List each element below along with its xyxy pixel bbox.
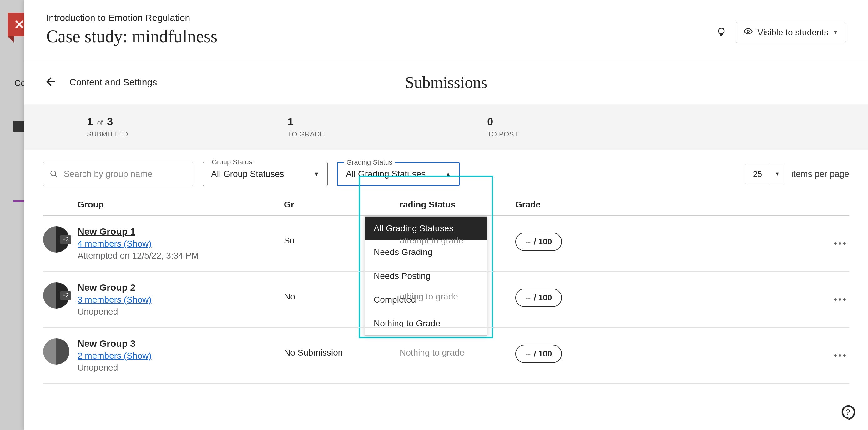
row-menu-button[interactable]: •••: [834, 238, 847, 249]
visibility-label: Visible to students: [757, 28, 828, 37]
hint-icon[interactable]: [716, 26, 727, 39]
svg-point-0: [718, 28, 724, 34]
attempt-info: Attempted on 12/5/22, 3:34 PM: [78, 251, 284, 261]
svg-text:?: ?: [845, 407, 850, 417]
search-input-wrap[interactable]: [43, 162, 193, 186]
course-name: Introduction to Emotion Regulation: [46, 12, 218, 23]
caret-down-icon: ▼: [770, 171, 785, 177]
items-per-page-select[interactable]: 25 ▼: [745, 164, 785, 184]
grade-input[interactable]: -- / 100: [515, 345, 562, 363]
group-status-select[interactable]: Group Status All Group Statuses ▼: [203, 162, 328, 186]
caret-down-icon: ▼: [833, 29, 838, 36]
filter-row: Group Status All Group Statuses ▼ Gradin…: [24, 150, 868, 186]
close-icon: [13, 19, 25, 30]
submissions-table: Group Gr rading Status Grade +3 New Grou…: [43, 200, 849, 384]
submitted-of: of: [97, 119, 102, 127]
back-button[interactable]: [43, 75, 57, 90]
eye-icon: [744, 27, 753, 38]
help-button[interactable]: ?: [839, 404, 857, 422]
group-avatar: +3: [43, 226, 69, 253]
pager: 25 ▼ items per page: [745, 164, 849, 184]
stat-topost: 0 TO POST: [487, 115, 519, 138]
col-grade: Grade: [515, 200, 849, 210]
group-status: No Submission: [284, 338, 400, 358]
obscured-text: Co: [14, 78, 26, 88]
group-avatar: [43, 338, 69, 365]
row-menu-button[interactable]: •••: [834, 294, 847, 305]
group-name-link[interactable]: New Group 1: [78, 226, 284, 237]
group-status-label: Group Status: [209, 158, 255, 166]
search-icon: [50, 169, 58, 179]
stat-submitted: 1 of 3 SUBMITTED: [87, 115, 128, 138]
items-per-page-value: 25: [745, 164, 770, 184]
visibility-dropdown[interactable]: Visible to students ▼: [736, 22, 846, 43]
svg-point-1: [747, 30, 750, 33]
search-input[interactable]: [64, 169, 187, 179]
table-row: New Group 3 2 members (Show) Unopened No…: [43, 328, 849, 384]
grade-max: / 100: [534, 237, 552, 247]
breadcrumb-row: Content and Settings Submissions: [24, 62, 868, 104]
main-panel: Introduction to Emotion Regulation Case …: [24, 0, 868, 430]
group-status-partial: No: [284, 282, 400, 302]
caret-down-icon: ▼: [314, 171, 319, 177]
arrow-left-icon: [43, 75, 57, 89]
col-group: Group: [43, 200, 284, 210]
group-name[interactable]: New Group 3: [78, 338, 284, 349]
items-per-page-label: items per page: [792, 169, 849, 179]
tograde-label: TO GRADE: [288, 130, 325, 138]
grade-value: --: [525, 237, 531, 247]
group-status-value: All Group Statuses: [211, 169, 284, 179]
caret-up-icon: ▲: [445, 171, 451, 177]
attempt-info: Unopened: [78, 363, 284, 373]
member-count-badge: +2: [60, 291, 71, 300]
group-status-partial: Su: [284, 226, 400, 246]
grade-value: --: [525, 293, 531, 303]
grade-input[interactable]: -- / 100: [515, 289, 562, 307]
table-row: +3 New Group 1 4 members (Show) Attempte…: [43, 216, 849, 271]
group-avatar: +2: [43, 282, 69, 309]
grading-status: Nothing to grade: [400, 338, 515, 358]
help-icon: ?: [839, 404, 857, 422]
grade-max: / 100: [534, 293, 552, 303]
group-name[interactable]: New Group 2: [78, 282, 284, 293]
topost-label: TO POST: [487, 130, 519, 138]
grade-value: --: [525, 349, 531, 359]
members-link[interactable]: 2 members (Show): [78, 351, 284, 361]
col-group-status-partial: Gr: [284, 200, 400, 210]
col-grading-status-partial: rading Status: [400, 200, 515, 210]
background-gutter: Co: [0, 0, 25, 430]
grade-max: / 100: [534, 349, 552, 359]
submitted-total: 3: [107, 115, 113, 127]
grading-status-partial: othing to grade: [400, 282, 515, 302]
row-menu-button[interactable]: •••: [834, 350, 847, 361]
obscured-icon: [13, 121, 24, 132]
tograde-count: 1: [288, 115, 325, 128]
table-header: Group Gr rading Status Grade: [43, 200, 849, 216]
svg-point-2: [51, 171, 56, 176]
members-link[interactable]: 4 members (Show): [78, 239, 284, 249]
grade-input[interactable]: -- / 100: [515, 232, 562, 251]
section-title: Submissions: [405, 73, 488, 92]
grading-status-select[interactable]: Grading Status All Grading Statuses ▲: [337, 162, 460, 186]
table-row: +2 New Group 2 3 members (Show) Unopened…: [43, 271, 849, 328]
attempt-info: Unopened: [78, 307, 284, 317]
back-label[interactable]: Content and Settings: [69, 77, 157, 88]
stats-bar: 1 of 3 SUBMITTED 1 TO GRADE 0 TO POST: [24, 104, 868, 150]
page-header: Introduction to Emotion Regulation Case …: [24, 0, 868, 62]
topost-count: 0: [487, 115, 519, 128]
stat-tograde: 1 TO GRADE: [288, 115, 325, 138]
submitted-count: 1: [87, 115, 93, 127]
members-link[interactable]: 3 members (Show): [78, 295, 284, 305]
grading-status-partial: attempt to grade: [400, 226, 515, 246]
page-title: Case study: mindfulness: [46, 26, 218, 46]
submitted-label: SUBMITTED: [87, 130, 128, 138]
grading-status-value: All Grading Statuses: [346, 169, 426, 179]
grading-status-label: Grading Status: [344, 159, 395, 167]
member-count-badge: +3: [60, 235, 71, 244]
